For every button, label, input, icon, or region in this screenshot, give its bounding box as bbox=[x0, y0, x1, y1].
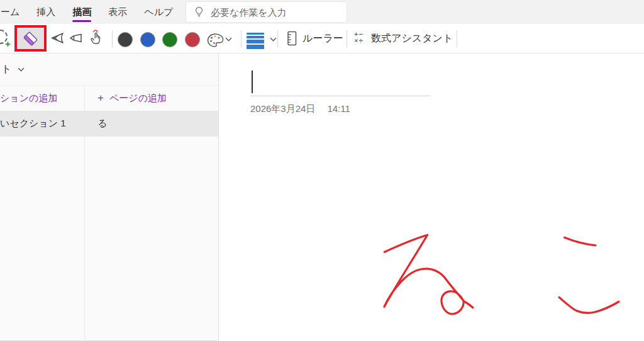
add-page-label: ページの追加 bbox=[109, 92, 167, 104]
ruler-icon bbox=[287, 31, 297, 46]
ribbon-tabs: ーム 挿入 描画 表示 ヘルプ bbox=[0, 0, 173, 24]
hand-drawing-icon bbox=[87, 28, 105, 47]
palette-icon bbox=[206, 33, 225, 48]
plus-icon: + bbox=[97, 92, 104, 104]
page-timestamp: 2026年3月24日 14:11 bbox=[250, 103, 350, 115]
tab-draw[interactable]: 描画 bbox=[72, 0, 91, 24]
pages-column: + ページの追加 る bbox=[85, 86, 218, 340]
page-title-underline bbox=[250, 96, 430, 96]
draw-with-touch-button[interactable] bbox=[87, 28, 105, 47]
pen-tool-button[interactable] bbox=[48, 30, 64, 46]
palette-chevron-down-icon[interactable] bbox=[225, 37, 232, 42]
tab-draw-label: 描画 bbox=[72, 6, 91, 18]
active-tab-underline bbox=[72, 20, 91, 22]
add-section-label: ションの追加 bbox=[0, 92, 57, 104]
draw-toolbar: + bbox=[0, 24, 644, 53]
ribbon-tab-bar: ーム 挿入 描画 表示 ヘルプ bbox=[0, 0, 644, 24]
page-time: 14:11 bbox=[327, 103, 350, 115]
stroke-thickness-button[interactable] bbox=[247, 33, 264, 49]
toolbar-divider bbox=[112, 30, 113, 47]
add-page-button[interactable]: + ページの追加 bbox=[85, 86, 218, 111]
tab-home[interactable]: ーム bbox=[1, 0, 19, 24]
math-assistant-icon: +− ×÷ bbox=[354, 31, 364, 44]
notebook-name: ト bbox=[1, 63, 11, 76]
page-canvas[interactable]: 2026年3月24日 14:11 bbox=[219, 53, 644, 341]
eraser-tool-button[interactable] bbox=[17, 28, 44, 49]
text-cursor bbox=[252, 70, 253, 93]
highlighter-icon bbox=[66, 30, 83, 46]
search-input[interactable] bbox=[211, 7, 330, 18]
tab-view[interactable]: 表示 bbox=[108, 0, 127, 24]
thickness-chevron-down-icon[interactable] bbox=[270, 37, 277, 42]
color-palette-button[interactable] bbox=[206, 33, 225, 48]
section-page-columns: ションの追加 いセクション 1 + ページの追加 る bbox=[0, 85, 218, 340]
thickness-bar bbox=[247, 36, 264, 38]
onenote-window: ーム 挿入 描画 表示 ヘルプ + bbox=[0, 0, 644, 341]
highlighter-tool-button[interactable] bbox=[66, 30, 83, 46]
tell-me-search-box[interactable] bbox=[186, 1, 347, 23]
page-item-label: る bbox=[97, 118, 107, 130]
lightbulb-icon bbox=[194, 6, 204, 18]
page-item[interactable]: る bbox=[85, 111, 218, 137]
thickness-bar bbox=[247, 40, 264, 43]
section-item-label: いセクション 1 bbox=[0, 118, 66, 130]
tab-insert[interactable]: 挿入 bbox=[36, 0, 55, 24]
page-date: 2026年3月24日 bbox=[250, 103, 315, 115]
pen-color-red[interactable] bbox=[185, 32, 200, 47]
ruler-label[interactable]: ルーラー bbox=[303, 32, 343, 45]
pen-color-blue[interactable] bbox=[140, 32, 155, 47]
lasso-plus-glyph: + bbox=[5, 39, 11, 48]
annotation-highlight-rectangle bbox=[14, 25, 47, 52]
pen-icon bbox=[48, 30, 64, 46]
notebook-selector[interactable]: ト bbox=[0, 53, 218, 85]
add-section-button[interactable]: ションの追加 bbox=[0, 86, 84, 111]
pen-color-green[interactable] bbox=[162, 32, 177, 47]
toolbar-divider bbox=[277, 30, 278, 47]
notebook-sidebar: ト ションの追加 いセクション 1 + ページの追加 る bbox=[0, 53, 219, 341]
notebook-chevron-down-icon bbox=[18, 67, 25, 72]
sections-column: ションの追加 いセクション 1 bbox=[0, 86, 85, 340]
thickness-bar bbox=[247, 33, 264, 35]
eraser-icon bbox=[22, 30, 39, 48]
toolbar-divider bbox=[457, 30, 457, 47]
ruler-button[interactable] bbox=[287, 31, 297, 46]
thickness-bar bbox=[247, 45, 264, 49]
pen-color-black[interactable] bbox=[118, 32, 133, 47]
tab-help[interactable]: ヘルプ bbox=[144, 0, 173, 24]
toolbar-divider bbox=[241, 30, 242, 47]
toolbar-divider bbox=[347, 30, 347, 47]
math-assistant-button[interactable]: 数式アシスタント bbox=[371, 32, 453, 45]
section-item[interactable]: いセクション 1 bbox=[0, 111, 84, 137]
